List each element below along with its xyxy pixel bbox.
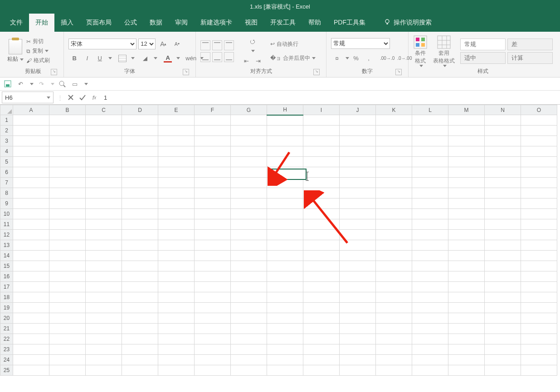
column-header-G[interactable]: G bbox=[231, 105, 267, 115]
tab-view[interactable]: 视图 bbox=[239, 14, 264, 32]
cell-A2[interactable] bbox=[13, 126, 49, 136]
cell-I10[interactable] bbox=[303, 209, 340, 219]
cell-H3[interactable] bbox=[267, 136, 303, 146]
cell-N14[interactable] bbox=[485, 251, 521, 261]
cell-M12[interactable] bbox=[448, 230, 485, 240]
comma-button[interactable]: , bbox=[363, 53, 374, 64]
cell-I22[interactable] bbox=[303, 334, 340, 344]
cell-L4[interactable] bbox=[412, 146, 448, 157]
column-header-B[interactable]: B bbox=[49, 105, 86, 115]
cell-N10[interactable] bbox=[485, 209, 521, 219]
cell-C24[interactable] bbox=[86, 355, 122, 365]
cell-N3[interactable] bbox=[485, 136, 521, 146]
name-box[interactable]: H6 bbox=[2, 92, 54, 103]
increase-indent-button[interactable]: ⇥ bbox=[253, 55, 263, 66]
cell-I20[interactable] bbox=[303, 313, 340, 324]
cell-D2[interactable] bbox=[122, 126, 158, 136]
cell-A23[interactable] bbox=[13, 344, 49, 355]
cell-D5[interactable] bbox=[122, 157, 158, 167]
cell-D8[interactable] bbox=[122, 188, 158, 198]
accounting-dropdown[interactable] bbox=[346, 57, 349, 59]
cell-E1[interactable] bbox=[158, 115, 195, 126]
undo-button[interactable]: ↶ bbox=[15, 79, 25, 89]
cell-E23[interactable] bbox=[158, 344, 195, 355]
tab-insert[interactable]: 插入 bbox=[54, 14, 80, 32]
cell-L12[interactable] bbox=[412, 230, 448, 240]
cell-N7[interactable] bbox=[485, 178, 521, 188]
cell-B5[interactable] bbox=[49, 157, 86, 167]
cell-C21[interactable] bbox=[86, 324, 122, 334]
cell-B24[interactable] bbox=[49, 355, 86, 365]
align-top-center[interactable] bbox=[212, 40, 222, 50]
cell-G9[interactable] bbox=[231, 198, 267, 209]
row-header-5[interactable]: 5 bbox=[0, 157, 13, 167]
cell-A10[interactable] bbox=[13, 209, 49, 219]
cell-M9[interactable] bbox=[448, 198, 485, 209]
cell-C12[interactable] bbox=[86, 230, 122, 240]
row-header-15[interactable]: 15 bbox=[0, 261, 13, 271]
cell-O14[interactable] bbox=[521, 251, 557, 261]
cell-L2[interactable] bbox=[412, 126, 448, 136]
cell-D19[interactable] bbox=[122, 303, 158, 313]
cell-D17[interactable] bbox=[122, 282, 158, 292]
cell-J22[interactable] bbox=[340, 334, 376, 344]
cell-M20[interactable] bbox=[448, 313, 485, 324]
cell-I19[interactable] bbox=[303, 303, 340, 313]
cell-E5[interactable] bbox=[158, 157, 195, 167]
row-header-10[interactable]: 10 bbox=[0, 209, 13, 219]
cell-L5[interactable] bbox=[412, 157, 448, 167]
cell-F4[interactable] bbox=[195, 146, 231, 157]
cell-A3[interactable] bbox=[13, 136, 49, 146]
style-normal[interactable]: 常规 bbox=[460, 39, 506, 50]
cell-C3[interactable] bbox=[86, 136, 122, 146]
cell-J7[interactable] bbox=[340, 178, 376, 188]
cell-H8[interactable] bbox=[267, 188, 303, 198]
cell-J9[interactable] bbox=[340, 198, 376, 209]
cell-E15[interactable] bbox=[158, 261, 195, 271]
borders-button[interactable] bbox=[117, 53, 128, 64]
cell-K10[interactable] bbox=[376, 209, 412, 219]
column-header-H[interactable]: H bbox=[267, 105, 303, 115]
cell-N18[interactable] bbox=[485, 292, 521, 303]
cell-C14[interactable] bbox=[86, 251, 122, 261]
cell-G10[interactable] bbox=[231, 209, 267, 219]
redo-dropdown[interactable] bbox=[51, 83, 54, 85]
cell-O5[interactable] bbox=[521, 157, 557, 167]
font-color-dropdown[interactable] bbox=[176, 57, 180, 59]
cell-O7[interactable] bbox=[521, 178, 557, 188]
cell-O11[interactable] bbox=[521, 219, 557, 230]
cell-B9[interactable] bbox=[49, 198, 86, 209]
row-header-23[interactable]: 23 bbox=[0, 344, 13, 355]
column-header-N[interactable]: N bbox=[485, 105, 521, 115]
cell-B19[interactable] bbox=[49, 303, 86, 313]
tell-me[interactable]: 操作说明搜索 bbox=[377, 14, 438, 32]
cell-C15[interactable] bbox=[86, 261, 122, 271]
cell-H15[interactable] bbox=[267, 261, 303, 271]
cell-I7[interactable] bbox=[303, 178, 340, 188]
cell-N2[interactable] bbox=[485, 126, 521, 136]
cell-A14[interactable] bbox=[13, 251, 49, 261]
cell-styles-gallery[interactable]: 常规 差 适中 计算 bbox=[460, 39, 553, 64]
cell-N9[interactable] bbox=[485, 198, 521, 209]
font-name-select[interactable]: 宋体 bbox=[68, 39, 136, 49]
cell-D6[interactable] bbox=[122, 167, 158, 178]
cell-D22[interactable] bbox=[122, 334, 158, 344]
row-header-20[interactable]: 20 bbox=[0, 313, 13, 324]
cell-M11[interactable] bbox=[448, 219, 485, 230]
cell-J15[interactable] bbox=[340, 261, 376, 271]
cell-D1[interactable] bbox=[122, 115, 158, 126]
cell-J10[interactable] bbox=[340, 209, 376, 219]
cell-A22[interactable] bbox=[13, 334, 49, 344]
cell-J21[interactable] bbox=[340, 324, 376, 334]
cell-N17[interactable] bbox=[485, 282, 521, 292]
cell-F3[interactable] bbox=[195, 136, 231, 146]
cell-E9[interactable] bbox=[158, 198, 195, 209]
tab-developer[interactable]: 开发工具 bbox=[264, 14, 302, 32]
cell-L8[interactable] bbox=[412, 188, 448, 198]
formula-input[interactable] bbox=[100, 92, 560, 103]
fill-color-button[interactable]: ◢ bbox=[140, 53, 151, 64]
cell-K8[interactable] bbox=[376, 188, 412, 198]
cell-D25[interactable] bbox=[122, 365, 158, 376]
cell-M16[interactable] bbox=[448, 271, 485, 282]
row-header-1[interactable]: 1 bbox=[0, 115, 13, 126]
